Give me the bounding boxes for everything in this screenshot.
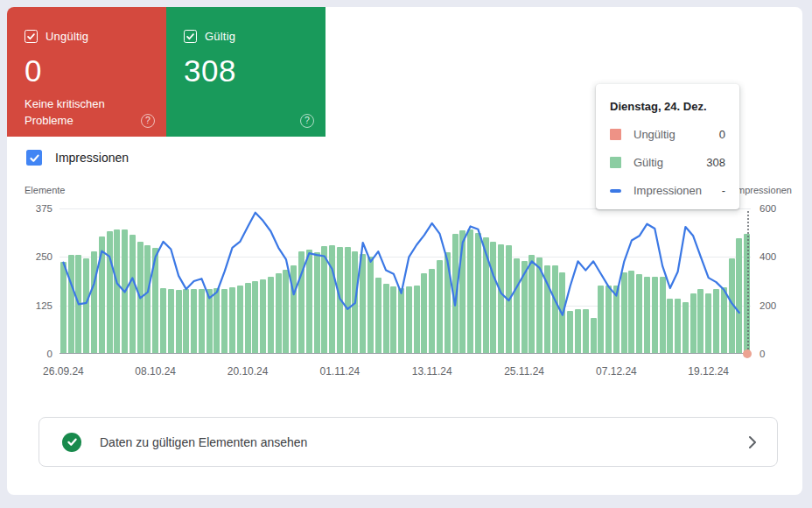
tooltip-row-impressions: Impressionen - [610, 184, 725, 197]
axis-tick-label: 0 [47, 348, 52, 360]
success-check-icon [62, 433, 81, 452]
tooltip-date-title: Dienstag, 24. Dez. [610, 100, 725, 113]
x-axis-tick-label: 01.11.24 [319, 365, 360, 377]
x-axis-tick-label: 26.09.24 [43, 365, 84, 377]
x-axis-tick-label: 20.10.24 [228, 365, 269, 377]
axis-tick-label: 250 [36, 250, 52, 263]
invalid-status-card[interactable]: Ungültig 0 Keine kritischen Probleme ? [7, 7, 166, 137]
hover-point-dot [743, 349, 752, 358]
axis-tick-label: 375 [36, 202, 52, 215]
axis-tick-label: 200 [760, 300, 776, 312]
tooltip-label: Gültig [634, 156, 663, 169]
view-valid-items-label: Daten zu gültigen Elementen ansehen [100, 435, 307, 449]
impressions-toggle-row[interactable]: Impressionen [26, 150, 129, 166]
invalid-subtitle: Keine kritischen Probleme [24, 96, 138, 130]
chart-tooltip: Dienstag, 24. Dez. Ungültig 0 Gültig 308… [596, 84, 739, 209]
axis-tick-label: 400 [760, 250, 776, 263]
right-axis-title: Impressionen [734, 185, 792, 195]
check-icon [29, 152, 40, 164]
axis-tick-label: 125 [36, 300, 52, 312]
valid-swatch-icon [610, 157, 621, 168]
tooltip-label: Impressionen [634, 184, 702, 197]
invalid-count: 0 [24, 53, 152, 88]
invalid-card-label: Ungültig [46, 30, 88, 43]
help-icon[interactable]: ? [141, 114, 155, 128]
valid-checkbox[interactable] [184, 30, 197, 43]
axis-tick-label: 0 [760, 348, 765, 360]
left-axis-ticks: 3752501250 [19, 208, 52, 354]
help-icon[interactable]: ? [300, 114, 314, 128]
tooltip-label: Ungültig [634, 128, 676, 141]
x-axis-tick-label: 13.11.24 [412, 365, 452, 377]
impressions-line [60, 208, 751, 354]
tooltip-row-invalid: Ungültig 0 [610, 128, 725, 141]
valid-status-card[interactable]: Gültig 308 ? [166, 7, 326, 137]
axis-tick-label: 600 [760, 202, 776, 215]
status-cards: Ungültig 0 Keine kritischen Probleme ? G… [7, 7, 326, 137]
view-valid-items-row[interactable]: Daten zu gültigen Elementen ansehen [38, 417, 778, 467]
tooltip-value: - [722, 184, 725, 197]
impressions-line-swatch-icon [610, 189, 621, 193]
main-panel: Ungültig 0 Keine kritischen Probleme ? G… [7, 7, 802, 495]
right-axis-ticks: 6004002000 [760, 208, 794, 354]
check-icon [26, 32, 36, 41]
left-axis-title: Elemente [24, 185, 65, 195]
x-axis-tick-label: 25.11.24 [504, 365, 544, 377]
hover-indicator-line [747, 211, 749, 353]
invalid-checkbox[interactable] [24, 30, 38, 43]
tooltip-value: 308 [706, 156, 725, 169]
x-axis-tick-label: 07.12.24 [596, 365, 637, 377]
chevron-right-icon [747, 434, 758, 450]
valid-card-label: Gültig [205, 30, 235, 43]
x-axis-tick-label: 19.12.24 [688, 365, 729, 377]
invalid-swatch-icon [610, 129, 621, 140]
tooltip-value: 0 [719, 128, 725, 141]
check-icon [186, 32, 195, 41]
impressions-checkbox[interactable] [26, 150, 42, 166]
valid-count: 308 [184, 53, 312, 88]
x-axis-tick-label: 08.10.24 [135, 365, 176, 377]
tooltip-row-valid: Gültig 308 [610, 156, 725, 169]
impressions-toggle-label: Impressionen [55, 151, 129, 165]
chart-plot[interactable] [60, 208, 751, 354]
